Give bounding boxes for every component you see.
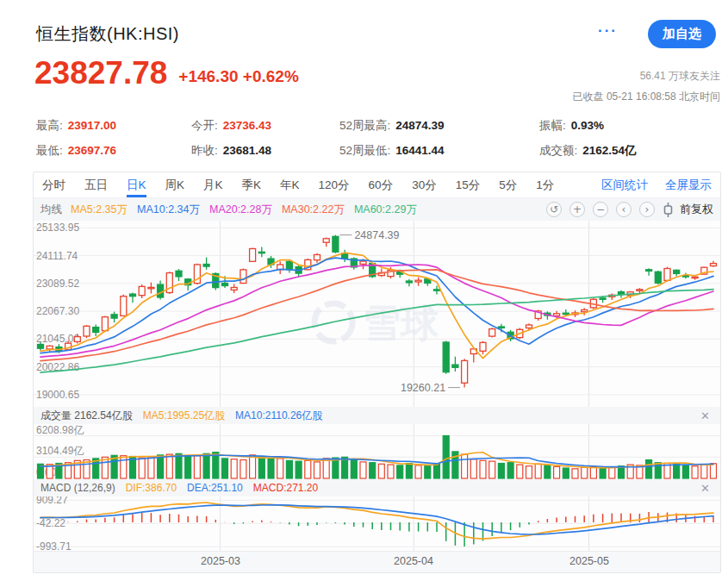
- tab-10[interactable]: 15分: [456, 172, 481, 197]
- volume-bar: [563, 468, 569, 478]
- volume-title: 成交量 2162.54亿股: [40, 409, 133, 423]
- candlestick: [323, 239, 329, 242]
- volume-bar: [121, 456, 127, 478]
- candlestick: [314, 255, 320, 260]
- macd-title: MACD (12,26,9): [40, 482, 115, 494]
- x-axis-label-0: 2025-03: [193, 555, 248, 567]
- candlestick: [489, 329, 495, 337]
- volume-panel-close-icon[interactable]: ✕: [697, 409, 713, 422]
- stat-label: 52周最高:: [339, 118, 390, 134]
- stat-value: 23681.48: [223, 144, 271, 157]
- tab-8[interactable]: 60分: [369, 172, 394, 197]
- volume-bar: [203, 453, 209, 478]
- volume-bar: [176, 453, 182, 478]
- volume-bar: [470, 459, 476, 478]
- volume-bar: [701, 465, 707, 478]
- time-axis: 2025-032025-042025-05: [34, 551, 720, 572]
- market-status: 已收盘 05-21 16:08:58 北京时间: [573, 90, 720, 104]
- zoom-out-icon[interactable]: −: [593, 202, 608, 217]
- candlestick: [333, 236, 339, 252]
- tab-link-0[interactable]: 区间统计: [601, 178, 648, 193]
- axis-tick-label: 3104.49亿: [36, 445, 84, 457]
- stat-0-3: 振幅: 0.93%: [539, 113, 721, 138]
- volume-bar: [498, 464, 504, 479]
- adjust-mode-label[interactable]: 前复权: [680, 202, 713, 217]
- ma-legend-4: MA60:2.29万: [354, 203, 417, 217]
- volume-bar: [378, 464, 384, 478]
- stat-label: 振幅:: [539, 118, 566, 134]
- tab-7[interactable]: 120分: [319, 172, 350, 197]
- tab-link-1[interactable]: 全屏显示: [665, 178, 712, 193]
- axis-tick-label: 25133.95: [36, 222, 79, 234]
- stat-value: 23736.43: [223, 119, 271, 132]
- volume-bar: [415, 465, 421, 478]
- volume-bar: [314, 462, 320, 478]
- svg-text:雪球: 雪球: [363, 302, 439, 344]
- tab-0[interactable]: 分时: [42, 172, 65, 197]
- axis-tick-label: 22067.30: [36, 305, 79, 317]
- candlestick: [139, 286, 145, 295]
- more-menu-icon[interactable]: ···: [598, 22, 618, 40]
- volume-bar: [535, 464, 541, 478]
- volume-bar: [139, 458, 145, 478]
- add-watchlist-button[interactable]: 加自选: [648, 20, 716, 48]
- tab-links: 区间统计全屏显示: [584, 172, 712, 197]
- macd-legend-strip: MACD (12,26,9)DIF:386.70DEA:251.10MACD:2…: [34, 479, 720, 496]
- macd-chart[interactable]: 909.27-42.22-993.71: [34, 496, 720, 551]
- candlestick: [711, 264, 717, 266]
- tab-1[interactable]: 五日: [84, 172, 108, 197]
- axis-tick-label: -42.22: [36, 517, 65, 529]
- candlestick: [84, 326, 90, 336]
- macd-panel-close-icon[interactable]: ✕: [697, 482, 713, 495]
- volume-bar: [609, 467, 615, 478]
- ma-legend-1: MA10:2.34万: [137, 203, 200, 217]
- tab-12[interactable]: 1分: [536, 172, 554, 197]
- volume-bar: [572, 469, 578, 478]
- pan-left-icon[interactable]: ‹: [616, 202, 632, 217]
- candlestick: [646, 270, 652, 272]
- candlestick: [637, 290, 643, 291]
- volume-ma-legend-1: MA10:2110.26亿股: [235, 409, 322, 423]
- axis-tick-label: -993.71: [36, 540, 72, 551]
- candlestick: [222, 284, 228, 286]
- volume-bar: [323, 459, 329, 478]
- candlestick: [286, 261, 292, 270]
- candlestick: [434, 290, 440, 290]
- chart-card: 分时五日日K周K月K季K年K120分60分30分15分5分1分区间统计全屏显示 …: [33, 172, 721, 573]
- volume-bar: [231, 459, 237, 478]
- ma-legend-3: MA30:2.22万: [282, 203, 345, 217]
- tab-2[interactable]: 日K: [127, 172, 146, 197]
- period-tab-bar: 分时五日日K周K月K季K年K120分60分30分15分5分1分区间统计全屏显示: [34, 172, 720, 198]
- stat-label: 52周最低:: [339, 143, 390, 159]
- stat-value: 0.93%: [571, 119, 604, 132]
- volume-bar: [397, 465, 403, 478]
- volume-ma-legend-0: MA5:1995.25亿股: [143, 409, 225, 423]
- candlestick: [258, 252, 264, 253]
- tab-11[interactable]: 5分: [499, 172, 517, 197]
- tab-9[interactable]: 30分: [412, 172, 437, 197]
- stat-1-2: 52周最低: 16441.44: [339, 138, 539, 163]
- candlestick: [655, 272, 661, 283]
- tab-3[interactable]: 周K: [165, 172, 185, 197]
- volume-bar: [222, 459, 228, 478]
- indicator-icon[interactable]: [663, 203, 673, 217]
- volume-bar: [351, 459, 357, 478]
- tab-5[interactable]: 季K: [242, 172, 262, 197]
- pan-right-icon[interactable]: ›: [639, 202, 655, 217]
- zoom-in-icon[interactable]: +: [569, 202, 585, 217]
- volume-bar: [507, 463, 513, 478]
- tab-4[interactable]: 月K: [203, 172, 223, 197]
- volume-bar: [388, 465, 394, 478]
- volume-chart[interactable]: 6208.98亿3104.49亿0.00: [34, 424, 720, 479]
- ma-legend-0: MA5:2.35万: [71, 203, 128, 217]
- axis-tick-label: 6208.98亿: [36, 424, 84, 436]
- candlestick: [480, 342, 486, 351]
- candlestick: [38, 345, 44, 349]
- volume-bar: [277, 459, 283, 478]
- volume-bar: [711, 464, 717, 478]
- tab-6[interactable]: 年K: [280, 172, 300, 197]
- undo-icon[interactable]: ↺: [546, 202, 562, 217]
- candlestick-chart[interactable]: 25133.9524111.7423089.5222067.3021045.08…: [34, 221, 720, 407]
- volume-bar: [166, 454, 172, 478]
- candlestick: [452, 365, 458, 367]
